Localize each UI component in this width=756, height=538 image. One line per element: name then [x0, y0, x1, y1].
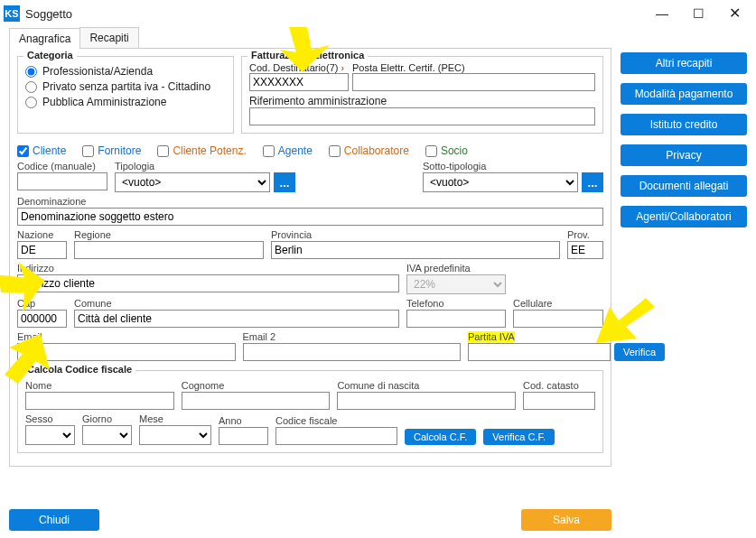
cf-mese-label: Mese: [139, 413, 211, 424]
cf-anno-input[interactable]: [219, 427, 268, 445]
check-collaboratore[interactable]: [329, 145, 341, 157]
sidebar-altri-recapiti[interactable]: Altri recapiti: [621, 52, 747, 74]
radio-pa[interactable]: [25, 97, 37, 108]
tipologia-select[interactable]: <vuoto>: [115, 172, 270, 192]
sidebar-istituto-credito[interactable]: Istituto credito: [621, 114, 747, 135]
sidebar-documenti-allegati[interactable]: Documenti allegati: [621, 175, 747, 197]
sidebar-agenti-collaboratori[interactable]: Agenti/Collaboratori: [621, 206, 747, 227]
cod-dest-input[interactable]: [249, 73, 349, 91]
chiudi-button[interactable]: Chiudi: [9, 509, 99, 531]
tipologia-more-button[interactable]: ...: [274, 172, 295, 192]
email-label: Email: [17, 331, 236, 342]
radio-privato-label: Privato senza partita iva - Cittadino: [42, 80, 210, 93]
pec-label: Posta Elettr. Certif. (PEC): [352, 62, 595, 73]
salva-button[interactable]: Salva: [521, 509, 611, 531]
pec-input[interactable]: [352, 73, 595, 91]
denominazione-label: Denominazione: [17, 196, 603, 207]
tab-anagrafica[interactable]: Anagrafica: [9, 28, 80, 49]
indirizzo-label: Indirizzo: [17, 263, 399, 274]
piva-label: Partita IVA: [468, 331, 515, 342]
sidebar: Altri recapiti Modalità pagamento Istitu…: [621, 27, 747, 529]
sidebar-privacy[interactable]: Privacy: [621, 144, 747, 166]
verifica-cf-button[interactable]: Verifica C.F.: [483, 429, 555, 445]
cf-nome-label: Nome: [25, 380, 174, 391]
indirizzo-input[interactable]: [17, 274, 399, 292]
regione-input[interactable]: [74, 241, 264, 259]
cf-comune-nascita-input[interactable]: [337, 392, 516, 410]
codice-input[interactable]: [17, 172, 107, 190]
radio-professionista[interactable]: [25, 66, 37, 78]
cod-dest-label: Cod. Destinatario(7): [249, 62, 338, 73]
calcola-cf-button[interactable]: Calcola C.F.: [405, 429, 476, 445]
cf-cognome-label: Cognome: [182, 380, 331, 391]
codice-fiscale-group: Calcola Codice fiscale Nome Cognome Comu…: [17, 370, 603, 453]
tab-recapiti[interactable]: Recapiti: [79, 27, 138, 48]
close-button[interactable]: ✕: [716, 1, 752, 26]
radio-privato[interactable]: [25, 81, 37, 93]
provincia-input[interactable]: [271, 241, 560, 259]
codice-label: Codice (manuale): [17, 161, 107, 172]
verifica-piva-button[interactable]: Verifica: [614, 343, 665, 361]
categoria-group: Categoria Professionista/Azienda Privato…: [17, 56, 234, 134]
sotto-tipologia-label: Sotto-tipologia: [423, 161, 603, 172]
cf-cod-catasto-input[interactable]: [523, 392, 595, 410]
tipologia-label: Tipologia: [115, 161, 295, 172]
anagrafica-panel: Categoria Professionista/Azienda Privato…: [9, 49, 611, 467]
sidebar-modalita-pagamento[interactable]: Modalità pagamento: [621, 83, 747, 105]
rif-amm-input[interactable]: [249, 107, 595, 125]
check-cliente-potenz[interactable]: [157, 145, 169, 157]
telefono-input[interactable]: [406, 310, 506, 328]
provincia-label: Provincia: [271, 229, 560, 240]
comune-label: Comune: [74, 298, 399, 309]
fatturazione-legend: Fatturazione Elettronica: [247, 50, 368, 60]
app-logo: KS: [4, 5, 20, 22]
check-fornitore[interactable]: [82, 145, 94, 157]
email-input[interactable]: [17, 343, 236, 361]
comune-input[interactable]: [74, 310, 399, 328]
cap-label: Cap: [17, 298, 67, 309]
cf-mese-select[interactable]: [139, 425, 211, 445]
iva-pred-select: 22%: [406, 274, 506, 294]
telefono-label: Telefono: [406, 298, 506, 309]
titlebar: KS Soggetto — ☐ ✕: [0, 0, 756, 27]
cellulare-label: Cellulare: [513, 298, 603, 309]
prov-input[interactable]: [567, 241, 603, 259]
tab-bar: Anagrafica Recapiti: [9, 27, 611, 49]
radio-pa-label: Pubblica Amministrazione: [42, 96, 166, 108]
nazione-label: Nazione: [17, 229, 67, 240]
piva-input[interactable]: [468, 343, 611, 361]
prov-label: Prov.: [567, 229, 603, 240]
fatturazione-group: Fatturazione Elettronica Cod. Destinatar…: [241, 56, 603, 134]
cf-cognome-input[interactable]: [182, 392, 331, 410]
cf-comune-nascita-label: Comune di nascita: [337, 380, 516, 391]
email2-input[interactable]: [243, 343, 462, 361]
cf-codice-fiscale-input[interactable]: [275, 427, 397, 445]
window-title: Soggetto: [25, 7, 644, 21]
check-agente[interactable]: [263, 145, 275, 157]
nazione-input[interactable]: [17, 241, 67, 259]
check-socio[interactable]: [425, 145, 437, 157]
cellulare-input[interactable]: [513, 310, 603, 328]
cf-sesso-select[interactable]: [25, 425, 75, 445]
categoria-legend: Categoria: [23, 50, 77, 60]
role-checks: Cliente Fornitore Cliente Potenz. Agente…: [17, 144, 603, 157]
email2-label: Email 2: [243, 331, 462, 342]
sotto-tipologia-select[interactable]: <vuoto>: [423, 172, 578, 192]
cf-anno-label: Anno: [219, 415, 268, 426]
cf-sesso-label: Sesso: [25, 413, 75, 424]
cf-codice-fiscale-label: Codice fiscale: [275, 415, 397, 426]
regione-label: Regione: [74, 229, 264, 240]
cf-giorno-label: Giorno: [82, 413, 132, 424]
cap-input[interactable]: [17, 310, 67, 328]
rif-amm-label: Riferimento amministrazione: [249, 95, 595, 107]
cf-giorno-select[interactable]: [82, 425, 132, 445]
cf-nome-input[interactable]: [25, 392, 174, 410]
minimize-button[interactable]: —: [644, 1, 680, 26]
cf-legend: Calcola Codice fiscale: [23, 364, 135, 375]
cf-cod-catasto-label: Cod. catasto: [523, 380, 595, 391]
sotto-tipologia-more-button[interactable]: ...: [582, 172, 603, 192]
radio-professionista-label: Professionista/Azienda: [42, 65, 153, 78]
maximize-button[interactable]: ☐: [680, 1, 716, 26]
check-cliente[interactable]: [17, 145, 29, 157]
denominazione-input[interactable]: [17, 208, 603, 226]
